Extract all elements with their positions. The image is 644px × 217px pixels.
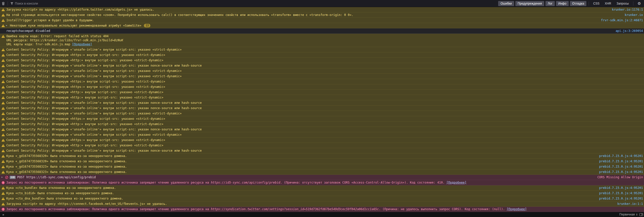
console-input-row: » Первичная ⇕ (0, 212, 644, 217)
message: Content Security Policy: Игнорирую «http… (6, 58, 643, 63)
source-link[interactable]: prebid.7.23.0.js:4:95201 (599, 159, 643, 164)
warning-icon (2, 160, 5, 163)
details-link[interactable]: [Подробнее] (72, 43, 92, 46)
expand-arrow[interactable]: ▶ (6, 23, 8, 28)
message-text: Content Security Policy: Игнорирую «http… (6, 85, 165, 89)
message: Загрузка <script> по адресу «https://pla… (6, 7, 609, 12)
warning-icon (2, 123, 5, 126)
console-row: recaptchacompat disabledapi.js:3:269054 (0, 28, 644, 34)
source-link[interactable]: prebid.7.23.0.js:4:95201 (599, 153, 643, 159)
console-search-input[interactable] (15, 2, 91, 5)
message-line: recaptchacompat disabled (6, 28, 613, 33)
message-line: InstallTrigger устарел и будет удалён в … (6, 18, 598, 23)
message-text: Content Security Policy: Игнорирую «http… (6, 144, 163, 147)
message-text: Кука «_gd1674735568320» была отклонена и… (6, 160, 127, 163)
warning-icon (2, 59, 5, 62)
console-row: Content Security Policy: Игнорирую «http… (0, 116, 644, 122)
message: Кука «_gd1674735568323» была отклонена и… (6, 164, 596, 169)
row-lead (0, 90, 6, 95)
row-lead (0, 207, 6, 212)
expand-arrow[interactable]: ▶ (2, 175, 4, 180)
source-link[interactable]: krunker.io:1:1 (617, 201, 643, 206)
console-row: Content Security Policy: Игнорирую «http… (0, 52, 644, 58)
console-row: Content Security Policy: Игнорирую «'uns… (0, 74, 644, 79)
filter-warnings-button[interactable]: Предупреждения (515, 1, 544, 6)
details-link[interactable]: [Подробнее] (507, 207, 527, 211)
message-line: Content Security Policy: Игнорирую «http… (6, 137, 643, 143)
console-row: Content Security Policy: Игнорирую «'uns… (0, 106, 644, 111)
source-link[interactable]: prebid.7.23.0.js:4:95201 (599, 196, 643, 201)
message-line: Content Security Policy: Игнорирую «http… (6, 58, 643, 63)
message-line: На этой странице используется нестандарт… (6, 12, 622, 17)
message-text: https://krunker.io/libs/frvr-sdk.min.js?… (30, 38, 123, 42)
source-link[interactable]: prebid.7.23.0.js:4:95201 (599, 164, 643, 169)
message-text: Content Security Policy: Игнорирую «http… (6, 96, 163, 99)
row-lead (0, 18, 6, 23)
row-lead (0, 143, 6, 148)
message-line: Кука «_gd1674735568323» была отклонена и… (6, 169, 596, 174)
filter-log-button[interactable]: Лог (545, 1, 555, 6)
filter-css-button[interactable]: CSS (591, 1, 602, 6)
warning-icon (2, 203, 5, 205)
message-line: Некоторые куки неправильно используют ре… (10, 23, 643, 28)
row-lead (0, 47, 6, 52)
sidebar-toggle-button[interactable] (639, 213, 644, 216)
warning-icon (2, 54, 5, 56)
message-line: Content Security Policy: Игнорирую «http… (6, 122, 643, 127)
warning-icon (2, 102, 5, 104)
source-link[interactable]: krunker.io:1176:1 (612, 7, 643, 12)
evaluation-context-selector[interactable]: Первичная ⇕ (619, 213, 640, 216)
message-text: Кука «_gd1674735568323» была отклонена и… (6, 165, 127, 168)
message: Кука «_gd1674735568320» была отклонена и… (6, 153, 596, 159)
trash-icon (2, 2, 5, 5)
message-text: https://id5-sync.com/api/config/prebid (211, 181, 280, 184)
message: Кука «cto_dna_bundle» была отклонена из-… (6, 196, 596, 201)
warning-icon (2, 117, 5, 120)
message-text: InstallTrigger устарел и будет удалён в … (6, 18, 94, 22)
filter-errors-button[interactable]: Ошибки (498, 1, 514, 6)
source-link[interactable]: frvr-sdk.min.js:2:46871 (601, 18, 643, 23)
message-text: Некоторые куки неправильно используют ре… (10, 24, 141, 27)
message-text: Content Security Policy: Игнорирую «http… (6, 53, 165, 57)
warning-icon (2, 86, 5, 88)
source-link[interactable]: prebid.7.23.0.js:4:95201 (599, 169, 643, 174)
filter-debug-button[interactable]: Отладка (570, 1, 586, 6)
context-label: Первичная (619, 213, 635, 216)
message-line: Content Security Policy: Игнорирую «'uns… (6, 63, 643, 68)
filter-info-button[interactable]: Инфо (556, 1, 569, 6)
message: Content Security Policy: Игнорирую «http… (6, 79, 643, 84)
details-link[interactable]: [Подробнее] (446, 181, 466, 184)
row-lead (0, 116, 6, 121)
message-text: Кука «_gd1674735568323» была отклонена и… (6, 170, 127, 174)
source-link[interactable]: api.js:3:269054 (616, 28, 643, 33)
console-toolbar: Ошибки Предупреждения Лог Инфо Отладка C… (0, 0, 644, 7)
console-row: Content Security Policy: Игнорирую «'uns… (0, 47, 644, 52)
console-row: Content Security Policy: Игнорирую «'uns… (0, 63, 644, 68)
filter-xhr-button[interactable]: XHR (603, 1, 613, 6)
message-line: Content Security Policy: Игнорирую «'uns… (6, 127, 643, 132)
message-line: Content Security Policy: Игнорирую «'uns… (6, 148, 643, 153)
source-link[interactable]: prebid.7.23.0.js:4:95201 (599, 185, 643, 190)
source-link[interactable]: krunker.io (625, 12, 643, 17)
message-line: Кука «cto_bundle» была отклонена из-за н… (6, 185, 596, 190)
message: Content Security Policy: Игнорирую «'uns… (6, 100, 643, 105)
source-link[interactable]: prebid.7.23.0.js:4:95201 (599, 191, 643, 196)
message-line: Запрос из постороннего источника заблоки… (6, 180, 643, 185)
console-row: Content Security Policy: Игнорирую «'uns… (0, 127, 644, 132)
toolbar-filters: Ошибки Предупреждения Лог Инфо Отладка C… (498, 1, 644, 6)
clear-console-button[interactable] (0, 1, 7, 7)
console-row: Content Security Policy: Игнорирую «http… (0, 79, 644, 84)
message: Кука «_gd1674735568320» была отклонена и… (6, 159, 596, 164)
message: Content Security Policy: Игнорирую «http… (6, 143, 643, 148)
settings-gear-icon[interactable]: ⚙ (636, 1, 643, 6)
message: Content Security Policy: Игнорирую «http… (6, 52, 643, 57)
row-lead (0, 159, 6, 164)
console-row: Content Security Policy: Игнорирую «http… (0, 58, 644, 63)
row-lead: ▶XHR (0, 175, 17, 180)
filter-requests-button[interactable]: Запросы (614, 1, 631, 6)
message-text: Content Security Policy: Игнорирую «'uns… (6, 106, 202, 110)
row-lead (0, 132, 6, 137)
message-line: URL карты кода: frvr-sdk.min.js.map [Под… (6, 42, 643, 46)
message: Content Security Policy: Игнорирую «'uns… (6, 47, 643, 52)
row-lead (0, 111, 6, 116)
